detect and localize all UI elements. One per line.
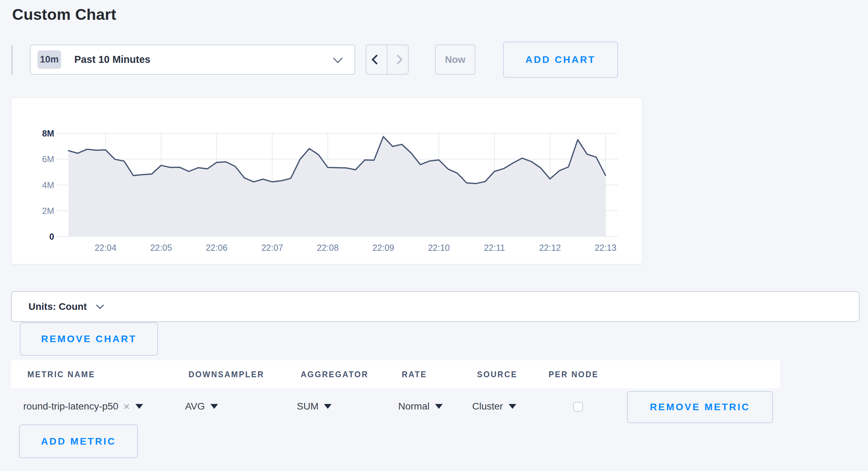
- dropdown-arrow-icon: [135, 404, 143, 409]
- x-axis-tick: 22:13: [595, 243, 617, 253]
- units-dropdown[interactable]: Units: Count: [11, 291, 860, 322]
- toolbar-divider: [11, 45, 12, 75]
- remove-metric-button[interactable]: REMOVE METRIC: [627, 391, 773, 423]
- time-next-button[interactable]: [387, 45, 408, 74]
- dropdown-arrow-icon: [435, 404, 443, 409]
- y-axis-tick: 4M: [42, 180, 54, 190]
- chevron-down-icon: [96, 301, 104, 309]
- column-header-aggregator: AGGREGATOR: [301, 370, 368, 379]
- y-axis-tick: 2M: [42, 206, 54, 216]
- rate-select[interactable]: Normal: [398, 401, 443, 412]
- time-range-label: Past 10 Minutes: [74, 54, 150, 65]
- x-axis-tick: 22:07: [261, 243, 283, 253]
- y-axis-tick: 0: [49, 232, 54, 241]
- per-node-checkbox[interactable]: [573, 402, 583, 412]
- time-prev-button[interactable]: [366, 45, 387, 74]
- units-label: Units: Count: [28, 301, 87, 312]
- x-axis-tick: 22:11: [484, 243, 505, 253]
- timeseries-chart[interactable]: 8M6M4M2M022:0422:0522:0622:0722:0822:092…: [11, 98, 642, 264]
- metrics-table-header: METRIC NAME DOWNSAMPLER AGGREGATOR RATE …: [11, 360, 780, 388]
- clear-metric-icon[interactable]: ×: [123, 401, 130, 412]
- source-select[interactable]: Cluster: [472, 401, 516, 412]
- time-range-badge: 10m: [37, 50, 61, 69]
- source-value: Cluster: [472, 401, 503, 412]
- add-chart-button[interactable]: ADD CHART: [503, 42, 618, 78]
- metric-name-value: round-trip-latency-p50: [23, 401, 118, 412]
- series-area: [68, 137, 606, 237]
- now-button[interactable]: Now: [435, 44, 475, 75]
- column-header-source: SOURCE: [477, 370, 517, 379]
- metric-name-select[interactable]: round-trip-latency-p50 ×: [23, 401, 143, 412]
- time-range-dropdown[interactable]: 10m Past 10 Minutes: [30, 44, 355, 75]
- aggregator-value: SUM: [297, 401, 318, 412]
- x-axis-tick: 22:09: [373, 243, 394, 253]
- x-axis-tick: 22:08: [317, 243, 339, 253]
- downsampler-value: AVG: [185, 401, 205, 412]
- chevron-down-icon: [333, 53, 343, 63]
- remove-chart-button[interactable]: REMOVE CHART: [20, 322, 158, 356]
- column-header-per-node: PER NODE: [549, 370, 599, 379]
- column-header-metric-name: METRIC NAME: [27, 370, 95, 379]
- aggregator-select[interactable]: SUM: [297, 401, 332, 412]
- chevron-left-icon: [372, 55, 382, 65]
- dropdown-arrow-icon: [509, 404, 516, 409]
- chart-card: 8M6M4M2M022:0422:0522:0622:0722:0822:092…: [11, 98, 642, 264]
- page-title: Custom Chart: [12, 6, 116, 24]
- x-axis-tick: 22:06: [206, 243, 228, 253]
- x-axis-tick: 22:10: [428, 243, 450, 253]
- rate-value: Normal: [398, 401, 429, 412]
- add-metric-button[interactable]: ADD METRIC: [19, 424, 138, 458]
- y-axis-tick: 8M: [42, 129, 54, 138]
- dropdown-arrow-icon: [324, 404, 332, 409]
- dropdown-arrow-icon: [210, 404, 218, 409]
- column-header-rate: RATE: [402, 370, 427, 379]
- column-header-downsampler: DOWNSAMPLER: [189, 370, 264, 379]
- x-axis-tick: 22:04: [95, 243, 117, 253]
- downsampler-select[interactable]: AVG: [185, 401, 218, 412]
- y-axis-tick: 6M: [42, 154, 54, 164]
- chevron-right-icon: [393, 55, 403, 65]
- x-axis-tick: 22:12: [539, 243, 561, 253]
- time-step-controls: [366, 44, 409, 75]
- x-axis-tick: 22:05: [150, 243, 172, 253]
